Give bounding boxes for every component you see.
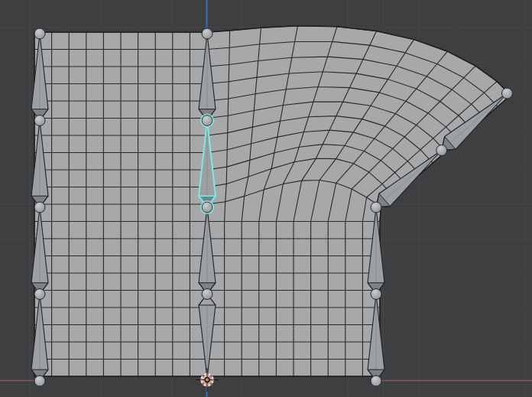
joint-sphere[interactable] — [34, 28, 45, 39]
joint-sphere[interactable] — [34, 376, 45, 386]
joint-sphere[interactable] — [34, 202, 45, 213]
deformed-grid-mesh[interactable] — [34, 26, 511, 376]
joint-sphere[interactable] — [202, 202, 212, 213]
joint-sphere[interactable] — [436, 145, 447, 156]
joint-sphere[interactable] — [371, 289, 381, 300]
joint-sphere[interactable] — [371, 376, 381, 386]
cursor-center-dot — [205, 378, 209, 382]
joint-sphere[interactable] — [202, 116, 212, 126]
viewport-canvas — [0, 0, 532, 397]
joint-sphere[interactable] — [371, 202, 381, 213]
joint-sphere[interactable] — [202, 289, 212, 300]
joint-sphere[interactable] — [34, 116, 45, 126]
joint-sphere[interactable] — [501, 88, 512, 99]
blender-3d-viewport — [0, 0, 532, 397]
joint-sphere[interactable] — [202, 28, 212, 39]
joint-sphere[interactable] — [34, 289, 45, 300]
